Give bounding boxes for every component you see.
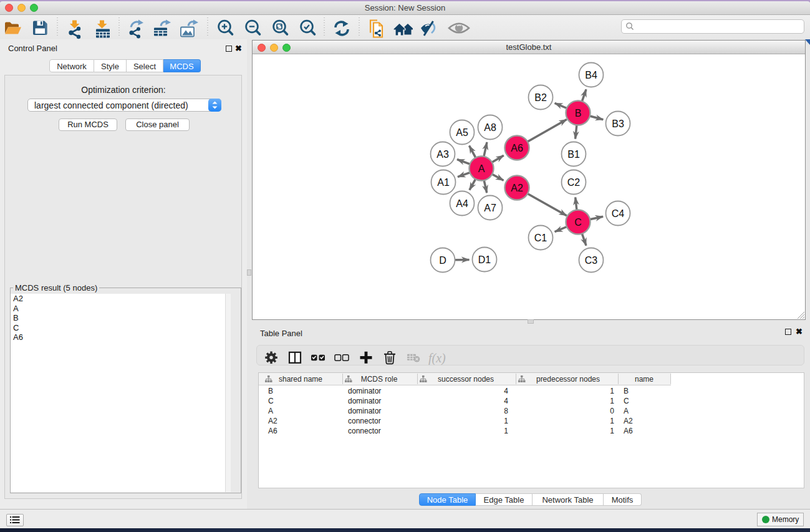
svg-text:B1: B1 — [567, 149, 580, 160]
svg-text:A8: A8 — [484, 122, 496, 133]
svg-text:C4: C4 — [612, 208, 625, 219]
svg-text:B: B — [575, 108, 582, 118]
svg-text:B2: B2 — [534, 92, 547, 103]
svg-text:predecessor nodes: predecessor nodes — [536, 375, 600, 384]
svg-text:A7: A7 — [484, 203, 496, 213]
svg-text:A4: A4 — [456, 198, 468, 209]
svg-text:A1: A1 — [437, 177, 450, 188]
svg-text:B4: B4 — [585, 70, 597, 80]
svg-text:A6: A6 — [511, 143, 523, 153]
svg-text:f(x): f(x) — [428, 351, 446, 365]
svg-text:A5: A5 — [456, 127, 468, 138]
svg-text:D: D — [439, 255, 446, 266]
svg-text:B3: B3 — [612, 118, 624, 129]
svg-text:name: name — [635, 375, 653, 384]
svg-text:C1: C1 — [534, 233, 547, 243]
svg-text:A3: A3 — [436, 149, 449, 160]
svg-text:C3: C3 — [585, 255, 598, 266]
svg-text:A: A — [478, 163, 485, 174]
svg-text:C: C — [574, 217, 582, 228]
svg-text:D1: D1 — [478, 254, 491, 265]
svg-text:MCDS role: MCDS role — [361, 375, 398, 384]
svg-text:successor nodes: successor nodes — [438, 375, 494, 384]
svg-text:A2: A2 — [511, 183, 523, 193]
svg-text:shared name: shared name — [279, 375, 322, 384]
svg-text:C2: C2 — [567, 177, 581, 188]
